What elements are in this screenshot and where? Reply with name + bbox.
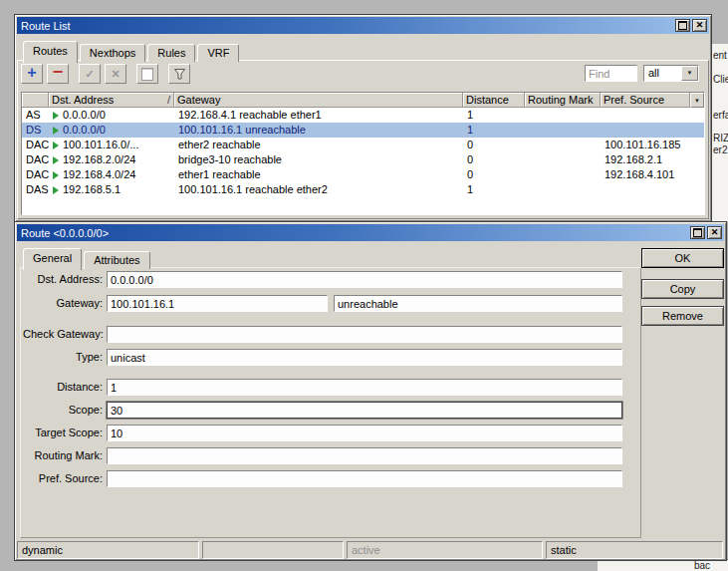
row-dst-text: 100.101.16.0/... [63, 138, 138, 152]
scope-label: Scope: [23, 402, 103, 419]
check-gateway-input[interactable] [107, 326, 622, 343]
disable-route-button[interactable]: ✕ [105, 64, 126, 84]
enable-icon: ✓ [86, 69, 95, 80]
distance-input[interactable] [107, 379, 622, 396]
route-arrow-icon [53, 142, 59, 149]
routing-mark-input[interactable] [107, 447, 622, 464]
row-gateway: bridge3-10 reachable [174, 152, 463, 167]
filter-icon [173, 68, 186, 81]
gateway-input[interactable] [107, 295, 328, 312]
type-input[interactable] [107, 349, 622, 366]
route-table-header: Dst. Address / Gateway Distance Routing … [22, 93, 704, 108]
copy-button[interactable]: Copy [641, 279, 724, 299]
route-dialog-status-bar: dynamic active static [17, 541, 723, 559]
disable-icon: ✕ [112, 69, 121, 80]
dst-address-label: Dst. Address: [23, 271, 103, 288]
background-window-fragment: ent Clien erfac RIZO er2 [710, 44, 728, 221]
row-dst-address: 192.168.5.1 [49, 182, 174, 197]
row-gateway: ether1 reachable [174, 167, 463, 182]
close-icon: ✕ [696, 21, 704, 30]
comment-icon [141, 68, 153, 81]
status-empty [202, 541, 344, 559]
background-text-fragment: erfac [713, 110, 728, 121]
target-scope-input[interactable] [107, 425, 622, 441]
add-route-button[interactable]: + [21, 64, 43, 84]
enable-route-button[interactable]: ✓ [79, 64, 101, 84]
ok-button[interactable]: OK [641, 248, 724, 268]
table-row[interactable]: DAS 192.168.5.1 100.101.16.1 reachable e… [22, 182, 704, 197]
status-dynamic: dynamic [17, 541, 199, 559]
row-flags: DAC [22, 138, 49, 152]
row-pref-source: 192.168.2.1 [601, 152, 704, 167]
scope-input[interactable] [107, 402, 622, 419]
type-label: Type: [23, 349, 103, 366]
field-row-distance: Distance: [21, 379, 640, 396]
find-input[interactable] [585, 65, 637, 82]
route-list-window: Route List ✕ Routes Nexthops Rules VRF +… [14, 14, 712, 222]
status-static: static [546, 541, 723, 559]
table-row[interactable]: DAC 192.168.2.0/24 bridge3-10 reachable … [22, 152, 704, 167]
background-text-fragment: RIZO [713, 133, 728, 143]
column-header-routing-mark[interactable]: Routing Mark [525, 93, 601, 108]
row-gateway: 192.168.4.1 reachable ether1 [174, 108, 463, 123]
table-row[interactable]: DAC 100.101.16.0/... ether2 reachable 0 … [22, 138, 704, 152]
route-arrow-icon [53, 112, 59, 120]
column-header-flags[interactable] [22, 93, 49, 108]
tab-attributes[interactable]: Attributes [84, 251, 149, 269]
filter-scope-dropdown[interactable]: all ▼ [643, 65, 699, 82]
row-distance: 0 [463, 152, 525, 167]
route-list-titlebar[interactable]: Route List ✕ [17, 17, 709, 34]
distance-label: Distance: [23, 379, 103, 396]
pref-source-input[interactable] [107, 470, 622, 487]
route-dialog-maximize-button[interactable] [690, 226, 705, 239]
column-header-distance[interactable]: Distance [463, 93, 525, 108]
remove-button[interactable]: Remove [641, 306, 724, 326]
filter-button[interactable] [168, 64, 190, 84]
route-arrow-icon [53, 186, 59, 194]
table-row[interactable]: DS 0.0.0.0/0 100.101.16.1 unreachable 1 [22, 123, 704, 138]
route-list-close-button[interactable]: ✕ [692, 19, 707, 32]
table-row[interactable]: AS 0.0.0.0/0 192.168.4.1 reachable ether… [22, 108, 704, 123]
route-dialog-window: Route <0.0.0.0/0> ✕ General Attributes O… [14, 221, 727, 561]
route-dialog-title: Route <0.0.0.0/0> [17, 227, 109, 239]
row-routing-mark [525, 152, 601, 167]
chevron-down-icon: ▼ [694, 98, 700, 104]
row-pref-source: 192.168.4.101 [601, 167, 704, 182]
row-pref-source [601, 108, 704, 123]
tab-vrf[interactable]: VRF [197, 44, 239, 62]
status-active: active [347, 541, 543, 559]
column-header-gateway[interactable]: Gateway [174, 93, 463, 108]
target-scope-label: Target Scope: [23, 425, 103, 441]
comment-button[interactable] [136, 64, 158, 84]
tab-general[interactable]: General [23, 248, 82, 270]
row-distance: 1 [463, 108, 525, 123]
tab-routes[interactable]: Routes [23, 41, 78, 63]
route-dialog-close-button[interactable]: ✕ [707, 226, 722, 239]
row-dst-text: 0.0.0.0/0 [63, 123, 106, 138]
tab-rules[interactable]: Rules [147, 44, 195, 62]
gateway-label: Gateway: [23, 295, 103, 312]
route-dialog-panel: Dst. Address: Gateway: Check Gateway: Ty… [20, 267, 641, 538]
column-chooser-button[interactable]: ▼ [690, 93, 704, 108]
row-routing-mark [525, 182, 601, 197]
field-row-type: Type: [21, 349, 640, 366]
check-gateway-label: Check Gateway: [23, 326, 103, 343]
filter-scope-value: all [644, 66, 681, 81]
background-text-fragment: bac [694, 560, 710, 571]
route-list-panel: + − ✓ ✕ all ▼ [17, 60, 709, 219]
column-header-dst-address[interactable]: Dst. Address / [49, 93, 174, 108]
route-table: Dst. Address / Gateway Distance Routing … [21, 92, 705, 215]
route-list-maximize-button[interactable] [675, 19, 690, 32]
tab-nexthops[interactable]: Nexthops [80, 44, 145, 62]
field-row-pref-source: Pref. Source: [21, 470, 640, 487]
table-row[interactable]: DAC 192.168.4.0/24 ether1 reachable 0 19… [22, 167, 704, 182]
dst-address-input[interactable] [107, 271, 622, 288]
row-dst-address: 192.168.2.0/24 [49, 152, 174, 167]
gateway-status-input[interactable] [334, 295, 622, 312]
remove-route-button[interactable]: − [47, 64, 69, 84]
route-dialog-titlebar[interactable]: Route <0.0.0.0/0> ✕ [17, 224, 724, 241]
routing-mark-label: Routing Mark: [23, 447, 103, 464]
background-text-fragment: Clien [713, 74, 728, 85]
row-pref-source [601, 182, 704, 197]
column-header-pref-source[interactable]: Pref. Source [601, 93, 690, 108]
